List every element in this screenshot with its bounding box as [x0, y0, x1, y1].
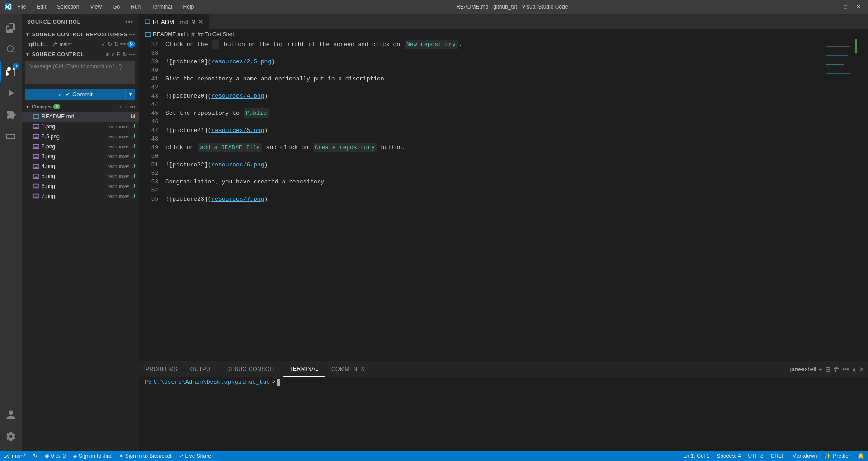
file-item-1png[interactable]: 1.png resources U: [22, 122, 139, 132]
sync-icon[interactable]: ⇅: [114, 41, 118, 47]
tab-comments[interactable]: COMMENTS: [325, 361, 371, 377]
commit-dropdown-button[interactable]: ▼: [125, 89, 135, 100]
menu-view[interactable]: View: [88, 3, 104, 11]
activity-explorer[interactable]: [0, 17, 22, 39]
menu-file[interactable]: File: [15, 3, 28, 11]
status-bitbucket-text: Sign in to Bitbucket: [125, 453, 172, 459]
status-live-share[interactable]: ↗ Live Share: [175, 451, 215, 461]
file-item-3png[interactable]: 3.png resources U: [22, 151, 139, 161]
menu-go[interactable]: Go: [111, 3, 122, 11]
split-terminal-icon[interactable]: ⊟: [825, 366, 830, 373]
file-item-readme[interactable]: README.md ⎘ ↩ + M: [22, 112, 139, 122]
menu-selection[interactable]: Selection: [55, 3, 81, 11]
status-errors[interactable]: ⊗ 0 ⚠ 0: [41, 451, 69, 461]
tab-terminal[interactable]: TERMINAL: [283, 361, 325, 377]
menu-edit[interactable]: Edit: [35, 3, 48, 11]
branch-name: main*: [60, 42, 72, 47]
terminal-area[interactable]: PS C:\Users\Admin\Desktop\github_tut >: [139, 377, 868, 451]
restore-button[interactable]: □: [841, 3, 850, 11]
discard-all-icon[interactable]: ↩: [119, 104, 123, 110]
more-changes-icon[interactable]: •••: [130, 104, 135, 110]
encoding-text: UTF-8: [748, 453, 764, 459]
commit-button[interactable]: ✓ ✓ Commit: [25, 89, 125, 100]
minimize-button[interactable]: ─: [828, 3, 838, 11]
status-sync[interactable]: ↻: [29, 451, 41, 461]
file-item-25png[interactable]: 2.5.png resources U: [22, 132, 139, 141]
tab-close-button[interactable]: ✕: [198, 18, 203, 25]
close-button[interactable]: ✕: [854, 3, 863, 11]
breadcrumb-section[interactable]: ## To Get Start: [190, 31, 234, 38]
check-icon[interactable]: ✓: [101, 41, 106, 47]
chevron-down-icon: ▼: [25, 32, 30, 37]
terminal-ps: PS: [145, 379, 152, 386]
stage-all-icon[interactable]: +: [125, 104, 128, 110]
panel-tab-actions: powershell + ⊟ 🗑 ••• ∧ ✕: [790, 366, 868, 373]
file-item-2png[interactable]: 2.png resources U: [22, 141, 139, 151]
commit-message-input[interactable]: [25, 61, 135, 84]
status-bitbucket[interactable]: ⁕ Sign in to Bitbucket: [115, 451, 175, 461]
changes-label: Changes: [32, 104, 52, 109]
status-branch[interactable]: ⎇ main*: [0, 451, 29, 461]
activity-settings[interactable]: [0, 426, 22, 447]
img-file-icon-7: [33, 193, 40, 200]
tab-readme[interactable]: README.md M ✕: [139, 14, 209, 29]
status-feedback[interactable]: 🔔: [854, 451, 868, 461]
file-item-4png[interactable]: 4.png resources U: [22, 161, 139, 171]
sc-list-icon[interactable]: ≡: [106, 52, 109, 57]
more-terminal-icon[interactable]: •••: [842, 366, 849, 373]
jira-icon: ◈: [73, 453, 77, 459]
activity-extensions[interactable]: [0, 104, 22, 126]
chevron-down-icon4: ▼: [25, 104, 30, 109]
hash-icon: [190, 32, 196, 37]
status-ln-col[interactable]: Ln 1, Col 1: [679, 451, 713, 461]
breadcrumb-file[interactable]: README.md: [153, 31, 185, 38]
code-line-48: [162, 135, 823, 143]
sc-split-icon[interactable]: ⎘: [117, 52, 121, 57]
code-line-54: [162, 186, 823, 195]
activity-source-control[interactable]: 9: [0, 61, 22, 82]
repo-row[interactable]: github... ⎇ main* ✓ ↻ ⇅ ••• 9: [22, 39, 139, 49]
code-area[interactable]: Click on the + button on the top right o…: [162, 39, 823, 361]
status-language[interactable]: Markdown: [788, 451, 821, 461]
status-prettier[interactable]: ✨ Prettier: [821, 451, 854, 461]
tab-debug-console[interactable]: DEBUG CONSOLE: [220, 361, 283, 377]
menu-run[interactable]: Run: [129, 3, 142, 11]
img-file-icon-5: [33, 173, 40, 180]
close-panel-icon[interactable]: ✕: [859, 366, 864, 373]
changes-header[interactable]: ▼ Changes 9 ↩ + •••: [22, 102, 139, 112]
activity-run[interactable]: [0, 82, 22, 104]
status-jira[interactable]: ◈ Sign in to Jira: [69, 451, 115, 461]
sc-refresh-icon[interactable]: ↻: [123, 52, 127, 57]
trash-terminal-icon[interactable]: 🗑: [833, 366, 840, 373]
activity-search[interactable]: [0, 39, 22, 61]
menu-terminal[interactable]: Terminal: [150, 3, 174, 11]
repos-more-icon[interactable]: •••: [129, 32, 135, 37]
tab-output-label: OUTPUT: [190, 366, 214, 372]
live-share-icon: ↗: [179, 453, 184, 459]
new-terminal-icon[interactable]: +: [819, 366, 822, 373]
sc-section-header[interactable]: ▼ SOURCE CONTROL ≡ ✓ ⎘ ↻ •••: [22, 49, 139, 59]
activity-remote[interactable]: [0, 126, 22, 147]
tab-output[interactable]: OUTPUT: [184, 361, 220, 377]
sidebar-more-icon[interactable]: •••: [125, 18, 133, 25]
feedback-icon: 🔔: [858, 453, 864, 459]
editor-content: 37 38 39 40 41 42 43 44 45 46 47 48 49 5…: [139, 39, 868, 361]
status-spaces[interactable]: Spaces: 4: [713, 451, 744, 461]
file-item-7png[interactable]: 7.png resources U: [22, 191, 139, 201]
tab-problems[interactable]: PROBLEMS: [139, 361, 184, 377]
maximize-panel-icon[interactable]: ∧: [852, 366, 856, 373]
file-item-5png[interactable]: 5.png resources U: [22, 171, 139, 181]
activity-account[interactable]: [0, 404, 22, 426]
status-line-ending[interactable]: CRLF: [767, 451, 788, 461]
repos-section-header[interactable]: ▼ SOURCE CONTROL REPOSITORIES •••: [22, 29, 139, 39]
sc-check-icon[interactable]: ✓: [111, 52, 116, 57]
file-name-6png: 6.png: [42, 183, 104, 189]
menu-help[interactable]: Help: [181, 3, 196, 11]
refresh-icon[interactable]: ↻: [108, 41, 112, 47]
file-item-6png[interactable]: 6.png resources U: [22, 181, 139, 191]
status-branch-name: main*: [12, 453, 26, 459]
status-encoding[interactable]: UTF-8: [745, 451, 767, 461]
menu-bar[interactable]: File Edit Selection View Go Run Terminal…: [15, 3, 196, 11]
sc-more-icon[interactable]: •••: [129, 52, 135, 57]
overflow-icon[interactable]: •••: [120, 41, 126, 47]
